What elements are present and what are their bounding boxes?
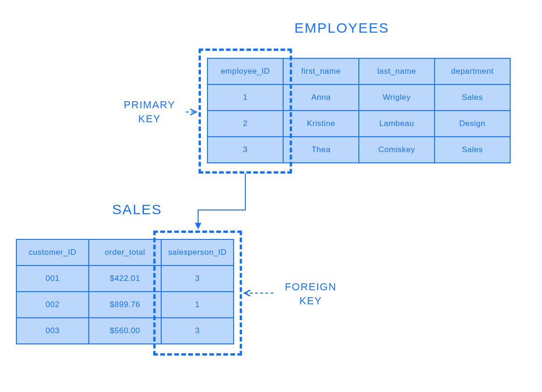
sales-title: SALES	[112, 202, 162, 217]
employees-cell: Anna	[283, 84, 359, 111]
sales-cell: $560.00	[89, 318, 161, 344]
sales-cell: 1	[161, 292, 234, 318]
employees-cell: Thea	[283, 137, 359, 163]
table-row: employee_ID first_name last_name departm…	[207, 58, 510, 84]
sales-header-order-total: order_total	[89, 239, 161, 266]
employees-header-first-name: first_name	[283, 58, 359, 84]
employees-header-employee-id: employee_ID	[207, 58, 283, 84]
employees-cell: Lambeau	[359, 111, 435, 137]
table-row: 3 Thea Comiskey Sales	[207, 137, 510, 163]
employees-header-department: department	[435, 58, 510, 84]
sales-cell: 003	[16, 318, 89, 344]
sales-cell: 002	[16, 292, 89, 318]
employees-title: EMPLOYEES	[294, 20, 389, 36]
primary-key-label: PRIMARY KEY	[114, 98, 185, 126]
employees-cell: 3	[207, 137, 283, 163]
sales-header-customer-id: customer_ID	[16, 239, 89, 266]
employees-cell: Comiskey	[359, 137, 435, 163]
foreign-key-label-line1: FOREIGN	[285, 281, 337, 293]
employees-cell: Design	[435, 111, 510, 137]
sales-cell: 3	[161, 318, 234, 344]
employees-cell: Sales	[435, 137, 510, 163]
table-row: 002 $899.76 1	[16, 292, 234, 318]
table-row: 2 Kristine Lambeau Design	[207, 111, 510, 137]
employees-cell: 1	[207, 84, 283, 111]
foreign-key-label: FOREIGN KEY	[276, 280, 346, 308]
sales-header-salesperson-id: salesperson_ID	[161, 239, 234, 266]
employees-header-last-name: last_name	[359, 58, 435, 84]
sales-cell: $899.76	[89, 292, 161, 318]
foreign-key-label-line2: KEY	[300, 295, 322, 307]
primary-key-label-line2: KEY	[138, 113, 161, 125]
table-row: customer_ID order_total salesperson_ID	[16, 239, 234, 266]
primary-key-label-line1: PRIMARY	[124, 99, 175, 111]
relationship-arrow	[198, 174, 245, 229]
employees-cell: Wrigley	[359, 84, 435, 111]
table-row: 1 Anna Wrigley Sales	[207, 84, 510, 111]
sales-cell: $422.01	[89, 266, 161, 292]
table-row: 003 $560.00 3	[16, 318, 234, 344]
employees-cell: 2	[207, 111, 283, 137]
sales-table: customer_ID order_total salesperson_ID 0…	[16, 239, 234, 344]
employees-table: employee_ID first_name last_name departm…	[207, 58, 511, 163]
sales-cell: 3	[161, 266, 234, 292]
sales-cell: 001	[16, 266, 89, 292]
employees-cell: Kristine	[283, 111, 359, 137]
table-row: 001 $422.01 3	[16, 266, 234, 292]
employees-cell: Sales	[435, 84, 510, 111]
